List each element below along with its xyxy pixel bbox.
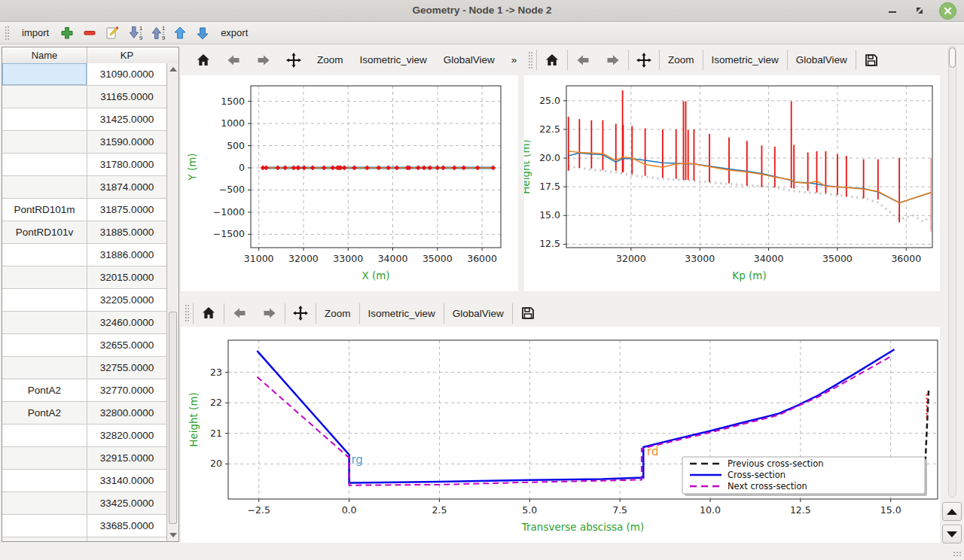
back-button[interactable] bbox=[568, 49, 598, 72]
isometric-view-button[interactable]: Isometric_view bbox=[703, 49, 787, 72]
name-cell[interactable] bbox=[2, 470, 87, 492]
kp-cell[interactable] bbox=[87, 537, 166, 541]
kp-cell[interactable]: 33685.0000 bbox=[87, 515, 166, 537]
resize-grip[interactable] bbox=[953, 551, 962, 558]
table-row[interactable]: 31886.0000 bbox=[2, 244, 166, 266]
save-button[interactable] bbox=[856, 49, 886, 72]
import-button[interactable]: import bbox=[15, 23, 56, 43]
sort-descending-button[interactable]: 1 9 bbox=[124, 23, 146, 43]
table-row[interactable]: 33140.0000 bbox=[2, 470, 166, 492]
kp-cell[interactable]: 32655.0000 bbox=[87, 334, 166, 356]
table-scrollbar[interactable] bbox=[166, 63, 178, 541]
titlebar[interactable]: Geometry - Node 1 -> Node 2 bbox=[0, 0, 964, 22]
zoom-button[interactable]: Zoom bbox=[660, 49, 703, 72]
back-button[interactable] bbox=[218, 49, 249, 72]
table-row[interactable]: PontRD101v31885.0000 bbox=[2, 221, 166, 244]
scroll-down-button[interactable] bbox=[942, 525, 962, 543]
name-cell[interactable] bbox=[2, 447, 87, 469]
home-button[interactable] bbox=[188, 49, 218, 72]
kp-cell[interactable]: 31425.0000 bbox=[87, 108, 166, 130]
toolbar-drag-handle[interactable] bbox=[5, 26, 10, 41]
table-row[interactable]: 32915.0000 bbox=[2, 447, 166, 470]
move-up-button[interactable] bbox=[169, 23, 191, 43]
add-row-button[interactable] bbox=[56, 23, 78, 43]
move-down-button[interactable] bbox=[191, 23, 214, 43]
isometric-view-button[interactable]: Isometric_view bbox=[360, 302, 444, 324]
kp-cell[interactable]: 32915.0000 bbox=[87, 447, 166, 469]
pan-button[interactable] bbox=[279, 49, 309, 72]
name-cell[interactable] bbox=[2, 312, 87, 333]
pan-button[interactable] bbox=[285, 302, 316, 324]
sort-ascending-button[interactable]: 1 9 bbox=[146, 23, 169, 43]
name-cell[interactable] bbox=[2, 289, 87, 311]
forward-button[interactable] bbox=[598, 49, 628, 72]
table-row[interactable]: 33425.0000 bbox=[2, 492, 166, 515]
kp-cell[interactable]: 33425.0000 bbox=[87, 492, 166, 514]
name-cell[interactable] bbox=[2, 63, 87, 85]
window-scroll-thumb[interactable] bbox=[949, 47, 956, 68]
plan-view-canvas[interactable]: 310003200033000340003500036000−1500−1000… bbox=[181, 75, 518, 291]
toolbar-drag-handle[interactable] bbox=[528, 51, 532, 69]
kp-cell[interactable]: 32770.0000 bbox=[87, 379, 166, 401]
table-row[interactable]: 31090.0000 bbox=[2, 63, 166, 86]
cross-section-canvas[interactable]: −2.50.02.55.07.510.012.515.020212223Tran… bbox=[181, 327, 940, 543]
name-cell[interactable] bbox=[2, 492, 87, 514]
kp-cell[interactable]: 33140.0000 bbox=[87, 470, 166, 492]
kp-cell[interactable]: 31886.0000 bbox=[87, 244, 166, 266]
close-button[interactable] bbox=[939, 2, 956, 20]
kp-cell[interactable]: 32755.0000 bbox=[87, 357, 166, 379]
name-cell[interactable] bbox=[2, 515, 87, 537]
profile-view-canvas[interactable]: 320003300034000350003600012.515.017.520.… bbox=[524, 75, 940, 291]
name-cell[interactable]: PontRD101m bbox=[2, 199, 87, 221]
scroll-up-button[interactable] bbox=[942, 502, 962, 521]
export-button[interactable]: export bbox=[214, 23, 255, 43]
table-row[interactable]: 32460.0000 bbox=[2, 312, 166, 334]
minimize-button[interactable] bbox=[885, 3, 900, 18]
forward-button[interactable] bbox=[255, 302, 285, 324]
name-cell[interactable] bbox=[2, 244, 87, 266]
kp-cell[interactable]: 31090.0000 bbox=[87, 63, 166, 85]
window-scrollbar[interactable] bbox=[948, 46, 956, 498]
table-row[interactable]: 31780.0000 bbox=[2, 154, 166, 176]
global-view-button[interactable]: GlobalView bbox=[788, 49, 856, 72]
name-cell[interactable] bbox=[2, 425, 87, 446]
isometric-view-button[interactable]: Isometric_view bbox=[352, 49, 435, 72]
table-row[interactable]: 32755.0000 bbox=[2, 357, 166, 379]
table-row[interactable]: 32205.0000 bbox=[2, 289, 166, 312]
column-header-kp[interactable]: KP bbox=[87, 47, 166, 63]
kp-cell[interactable]: 31780.0000 bbox=[87, 154, 166, 175]
edit-button[interactable] bbox=[101, 23, 124, 43]
table-row[interactable]: 31165.0000 bbox=[2, 86, 166, 108]
pan-button[interactable] bbox=[629, 49, 659, 72]
table-row[interactable]: 31425.0000 bbox=[2, 108, 166, 131]
table-row[interactable]: PontRD101m31875.0000 bbox=[2, 199, 166, 221]
table-row[interactable]: PontA232800.0000 bbox=[2, 402, 166, 425]
kp-cell[interactable]: 32205.0000 bbox=[87, 289, 166, 311]
zoom-button[interactable]: Zoom bbox=[309, 49, 352, 72]
vertical-splitter[interactable] bbox=[518, 44, 524, 295]
table-row[interactable]: PontA232770.0000 bbox=[2, 379, 166, 402]
global-view-button[interactable]: GlobalView bbox=[435, 49, 503, 72]
name-cell[interactable] bbox=[2, 334, 87, 356]
table-row[interactable] bbox=[2, 537, 166, 541]
name-cell[interactable]: PontA2 bbox=[2, 379, 87, 401]
kp-cell[interactable]: 32460.0000 bbox=[87, 312, 166, 333]
name-cell[interactable] bbox=[2, 266, 87, 288]
table-row[interactable]: 32820.0000 bbox=[2, 425, 166, 447]
table-row[interactable]: 33685.0000 bbox=[2, 515, 166, 537]
kp-cell[interactable]: 32800.0000 bbox=[87, 402, 166, 424]
kp-cell[interactable]: 31885.0000 bbox=[87, 221, 166, 243]
kp-cell[interactable]: 31590.0000 bbox=[87, 131, 166, 153]
home-button[interactable] bbox=[537, 49, 567, 72]
kp-cell[interactable]: 31165.0000 bbox=[87, 86, 166, 108]
table-scroll-down-icon[interactable] bbox=[169, 533, 177, 537]
name-cell[interactable]: PontA2 bbox=[2, 402, 87, 424]
name-cell[interactable] bbox=[2, 176, 87, 198]
home-button[interactable] bbox=[194, 302, 224, 324]
global-view-button[interactable]: GlobalView bbox=[444, 302, 512, 324]
name-cell[interactable] bbox=[2, 86, 87, 108]
name-cell[interactable] bbox=[2, 131, 87, 153]
toolbar-drag-handle[interactable] bbox=[185, 304, 189, 322]
table-row[interactable]: 32655.0000 bbox=[2, 334, 166, 357]
table-scroll-up-icon[interactable] bbox=[169, 67, 177, 72]
